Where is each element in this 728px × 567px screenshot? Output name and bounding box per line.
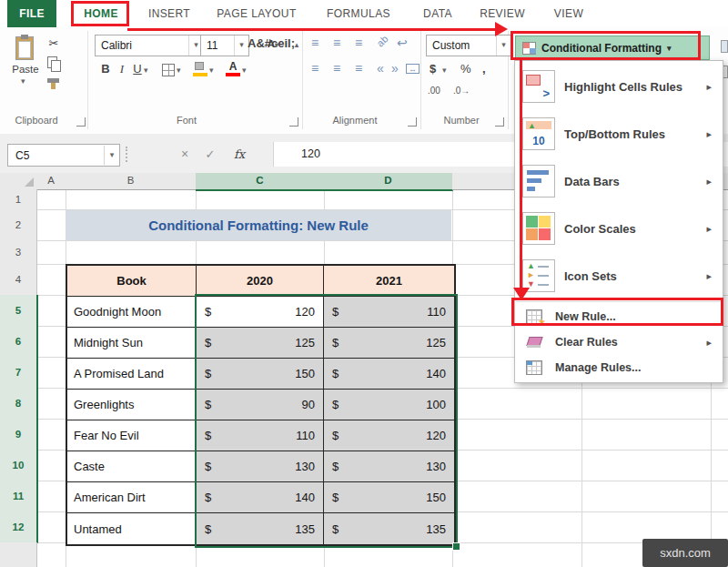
- select-all-corner[interactable]: [0, 173, 37, 190]
- cell-c12[interactable]: $135: [197, 513, 324, 544]
- menu-item-new-rule[interactable]: ★ New Rule...: [515, 304, 723, 329]
- tab-home[interactable]: HOME: [75, 0, 127, 27]
- cell-d12[interactable]: $135: [324, 513, 454, 544]
- decrease-decimal-button[interactable]: .0→: [453, 86, 470, 96]
- align-top-button[interactable]: ≡: [311, 36, 318, 49]
- name-box[interactable]: C5 ▾: [7, 144, 120, 167]
- sheet-title-cell[interactable]: Conditional Formatting: New Rule: [66, 210, 451, 240]
- menu-item-top-bottom-rules[interactable]: 10 ▲ Top/Bottom Rules ▸: [515, 110, 723, 157]
- accounting-format-button[interactable]: $: [430, 62, 436, 76]
- font-size-select[interactable]: 11▾: [200, 35, 249, 56]
- tab-view[interactable]: VIEW: [548, 0, 590, 27]
- cancel-button[interactable]: ×: [173, 144, 197, 165]
- align-right-button[interactable]: ≡: [355, 62, 362, 75]
- cell-c6[interactable]: $125: [197, 328, 324, 359]
- cell-b11[interactable]: American Dirt: [67, 482, 197, 513]
- font-color-dropdown-arrow[interactable]: ▾: [242, 66, 247, 75]
- cell-c7[interactable]: $150: [197, 359, 324, 390]
- cell-c10[interactable]: $130: [197, 451, 324, 482]
- decrease-indent-button[interactable]: «: [377, 62, 384, 75]
- font-name-select[interactable]: Calibri▾: [95, 35, 204, 56]
- row-header-7[interactable]: 7: [0, 357, 38, 389]
- column-header-d[interactable]: D: [324, 173, 453, 191]
- fill-handle[interactable]: [452, 542, 460, 551]
- underline-button[interactable]: U: [131, 62, 144, 76]
- number-dialog-launcher-icon[interactable]: [495, 117, 504, 127]
- formula-bar-handle[interactable]: [126, 147, 127, 162]
- tab-page-layout[interactable]: PAGE LAYOUT: [211, 0, 302, 27]
- row-header-13-partial[interactable]: [0, 542, 37, 567]
- align-middle-button[interactable]: ≡: [333, 36, 340, 49]
- row-header-9[interactable]: 9: [0, 419, 38, 451]
- row-header-11[interactable]: 11: [0, 481, 38, 512]
- cell-b7[interactable]: A Promised Land: [67, 359, 197, 390]
- clipboard-dialog-launcher-icon[interactable]: [76, 117, 86, 127]
- menu-item-icon-sets[interactable]: ▲ ► ▼ Icon Sets ▸: [515, 252, 723, 299]
- format-as-table-icon-partial[interactable]: [721, 40, 728, 53]
- insert-function-button[interactable]: fx: [226, 144, 253, 165]
- format-painter-button[interactable]: [47, 78, 60, 89]
- menu-item-manage-rules[interactable]: Manage Rules...: [515, 355, 723, 380]
- menu-item-clear-rules[interactable]: Clear Rules ▸: [515, 329, 723, 355]
- row-header-1[interactable]: 1: [0, 189, 37, 210]
- accounting-dropdown-arrow[interactable]: ▾: [442, 66, 447, 75]
- conditional-formatting-button[interactable]: Conditional Formatting ▾: [515, 35, 710, 60]
- wrap-text-button[interactable]: ↩: [397, 36, 408, 49]
- fill-color-button[interactable]: [193, 62, 207, 76]
- table-header-book[interactable]: Book: [67, 266, 197, 297]
- increase-decimal-button[interactable]: .00: [428, 86, 440, 96]
- tab-data[interactable]: DATA: [415, 0, 460, 27]
- font-color-button[interactable]: A: [226, 60, 240, 76]
- cell-d5[interactable]: $110: [324, 297, 454, 328]
- row-header-3[interactable]: 3: [0, 240, 37, 265]
- cell-d6[interactable]: $125: [324, 328, 454, 359]
- table-header-2020[interactable]: 2020: [197, 266, 324, 297]
- tab-file[interactable]: FILE: [7, 0, 56, 27]
- enter-button[interactable]: ✓: [198, 144, 222, 165]
- copy-button[interactable]: [47, 56, 57, 68]
- menu-item-data-bars[interactable]: Data Bars ▸: [515, 157, 723, 205]
- italic-button[interactable]: I: [116, 62, 127, 76]
- cell-d11[interactable]: $150: [324, 482, 454, 513]
- cell-b12[interactable]: Untamed: [67, 513, 197, 544]
- cell-b9[interactable]: Fear No Evil: [67, 420, 197, 451]
- column-header-a[interactable]: A: [36, 173, 66, 190]
- bold-button[interactable]: B: [98, 62, 113, 76]
- tab-formulas[interactable]: FORMULAS: [320, 0, 397, 27]
- align-center-button[interactable]: ≡: [333, 62, 340, 75]
- paste-button[interactable]: Paste ▾: [9, 35, 42, 106]
- table-header-2021[interactable]: 2021: [324, 266, 454, 297]
- cell-c11[interactable]: $140: [197, 482, 324, 513]
- cell-d10[interactable]: $130: [324, 451, 454, 482]
- row-header-6[interactable]: 6: [0, 326, 38, 358]
- cell-b5[interactable]: Goodnight Moon: [67, 297, 197, 328]
- cell-c9[interactable]: $110: [197, 420, 324, 451]
- cell-b8[interactable]: Greenlights: [67, 390, 197, 420]
- cell-b10[interactable]: Caste: [67, 451, 197, 482]
- row-header-12[interactable]: 12: [0, 511, 38, 543]
- row-header-2[interactable]: 2: [0, 209, 37, 241]
- cell-b6[interactable]: Midnight Sun: [67, 328, 197, 359]
- font-dialog-launcher-icon[interactable]: [289, 117, 298, 127]
- row-header-5[interactable]: 5: [0, 295, 38, 327]
- increase-indent-button[interactable]: »: [391, 62, 399, 75]
- tab-insert[interactable]: INSERT: [142, 0, 197, 27]
- comma-style-button[interactable]: ,: [482, 62, 486, 76]
- orientation-button[interactable]: ab: [374, 33, 391, 50]
- merge-center-button[interactable]: ↔: [406, 64, 420, 74]
- cell-d7[interactable]: $140: [324, 359, 454, 390]
- column-header-b[interactable]: B: [66, 173, 197, 190]
- shrink-font-button[interactable]: A▾: [268, 38, 278, 49]
- menu-item-highlight-cells-rules[interactable]: > Highlight Cells Rules ▸: [515, 63, 723, 110]
- row-header-10[interactable]: 10: [0, 450, 38, 481]
- underline-dropdown-arrow[interactable]: ▾: [144, 66, 148, 75]
- row-header-8[interactable]: 8: [0, 388, 38, 420]
- cell-c8[interactable]: $90: [197, 390, 324, 420]
- cell-d9[interactable]: $120: [324, 420, 454, 451]
- column-header-c[interactable]: C: [196, 173, 325, 191]
- name-box-dropdown-arrow[interactable]: ▾: [104, 146, 119, 165]
- align-bottom-button[interactable]: ≡: [355, 36, 362, 49]
- borders-button[interactable]: [162, 64, 175, 76]
- menu-item-color-scales[interactable]: Color Scales ▸: [515, 205, 723, 252]
- cut-button[interactable]: ✂: [46, 36, 62, 50]
